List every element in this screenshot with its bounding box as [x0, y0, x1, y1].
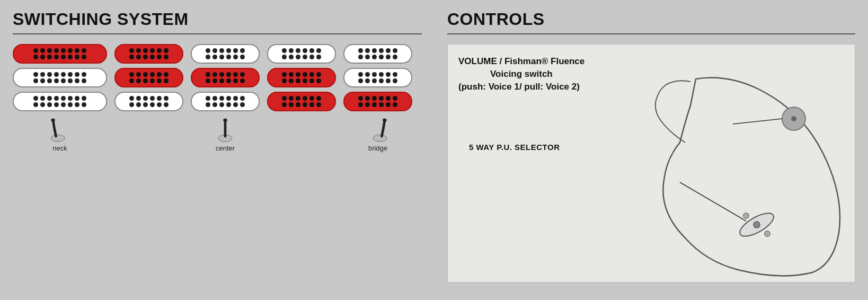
switching-diagram: neck center — [13, 44, 422, 152]
neck-label: neck — [52, 144, 67, 152]
switch-row-2 — [13, 68, 422, 87]
controls-divider — [447, 33, 855, 34]
neck-toggle-icon — [48, 118, 72, 143]
svg-line-17 — [733, 119, 782, 124]
pickup-r1-p2 — [114, 44, 183, 64]
switching-divider — [13, 33, 422, 34]
switch-row-3 — [13, 92, 422, 111]
svg-point-9 — [754, 222, 760, 228]
svg-point-7 — [791, 116, 796, 121]
svg-line-16 — [680, 182, 746, 221]
controls-diagram: VOLUME / Fishman® Fluence Voicing switch… — [447, 44, 855, 283]
switch-icon-bridge: bridge — [343, 118, 412, 152]
pickup-r3-p2 — [114, 92, 183, 111]
switch-row-1 — [13, 44, 422, 64]
volume-label: VOLUME / Fishman® Fluence Voicing switch… — [458, 55, 584, 93]
pickup-r3-p4 — [267, 92, 336, 111]
controls-panel: CONTROLS VOLUME / Fishman® Fluence Voici… — [435, 0, 868, 300]
svg-point-1 — [51, 118, 55, 121]
center-toggle-icon — [214, 118, 237, 143]
pickup-r3-neck — [13, 92, 107, 111]
svg-point-3 — [223, 118, 227, 121]
selector-label: 5 WAY P.U. SELECTOR — [469, 143, 560, 152]
pickup-r2-p2 — [114, 68, 183, 87]
pickup-r2-p4 — [267, 68, 336, 87]
pickup-r2-neck — [13, 68, 107, 87]
svg-point-4 — [373, 135, 387, 142]
center-label: center — [216, 144, 235, 152]
guitar-body-svg — [579, 71, 855, 278]
controls-title: CONTROLS — [447, 10, 855, 29]
pickup-r3-p3 — [191, 92, 260, 111]
switching-system-panel: SWITCHING SYSTEM — [0, 0, 435, 300]
switch-icon-neck: neck — [13, 118, 107, 152]
pickup-r1-p3 — [191, 44, 260, 64]
bridge-toggle-icon — [366, 118, 389, 143]
pickup-r1-p5 — [343, 44, 412, 64]
pickup-r2-p3 — [191, 68, 260, 87]
bridge-label: bridge — [368, 144, 387, 152]
pickup-r1-neck — [13, 44, 107, 64]
svg-point-5 — [383, 118, 386, 121]
pickup-r2-p5 — [343, 68, 412, 87]
pickup-r1-p4 — [267, 44, 336, 64]
pickup-r3-bridge — [343, 92, 412, 111]
switch-icons-row: neck center — [13, 118, 422, 152]
switch-icon-center: center — [191, 118, 260, 152]
svg-point-0 — [51, 135, 65, 142]
switching-title: SWITCHING SYSTEM — [13, 10, 422, 29]
